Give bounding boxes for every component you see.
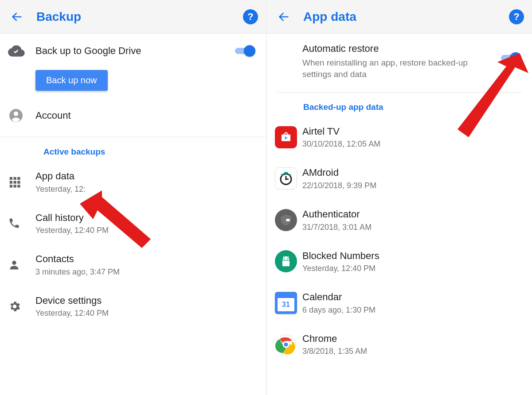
list-item-title: App data [35, 170, 255, 183]
question-icon: ? [513, 11, 519, 23]
account-label: Account [35, 109, 255, 122]
person-icon [8, 259, 20, 271]
list-item-title: Blocked Numbers [302, 250, 521, 263]
back-button[interactable] [275, 8, 293, 26]
authenticator-icon [275, 209, 297, 231]
svg-rect-9 [10, 185, 12, 187]
app-data-screen: App data ? Automatic restore When reinst… [266, 0, 532, 395]
svg-rect-7 [14, 181, 16, 183]
list-item-title: Airtel TV [302, 125, 521, 138]
list-item-sub: 6 days ago, 1:30 PM [302, 306, 521, 315]
airtel-tv-icon [275, 126, 297, 148]
device-settings-row[interactable]: Device settings Yesterday, 12:40 PM [0, 286, 266, 327]
list-item-sub: 3 minutes ago, 3:47 PM [35, 267, 255, 277]
account-icon [8, 108, 24, 124]
list-item-title: Device settings [35, 294, 255, 307]
chrome-icon [275, 333, 297, 356]
phone-icon [8, 217, 20, 229]
list-item-title: Contacts [35, 253, 255, 266]
svg-point-2 [14, 112, 18, 116]
svg-rect-4 [14, 177, 16, 180]
app-data-row[interactable]: App data Yesterday, 12: [0, 161, 266, 203]
svg-line-23 [289, 174, 291, 175]
call-history-row[interactable]: Call history Yesterday, 12:40 PM [0, 203, 266, 244]
svg-rect-8 [17, 181, 20, 183]
svg-rect-11 [17, 185, 20, 187]
list-item-sub: 30/10/2018, 12:05 AM [302, 139, 521, 149]
svg-line-26 [283, 256, 285, 258]
automatic-restore-row[interactable]: Automatic restore When reinstalling an a… [267, 34, 532, 89]
gear-icon [8, 300, 21, 313]
backed-up-app-data-header: Backed-up app data [267, 93, 532, 116]
header-bar: App data ? [267, 0, 532, 34]
svg-rect-6 [10, 181, 12, 183]
svg-point-30 [283, 342, 289, 347]
svg-point-12 [12, 261, 16, 265]
list-item-title: AMdroid [302, 167, 521, 179]
svg-rect-3 [10, 177, 12, 180]
list-item-sub: 3/8/2018, 1:35 AM [302, 347, 521, 356]
backup-drive-toggle[interactable] [235, 45, 255, 57]
cloud-check-icon [8, 43, 25, 59]
backup-drive-label: Back up to Google Drive [35, 45, 235, 58]
header-bar: Backup ? [0, 0, 266, 34]
list-item-title: Chrome [302, 333, 521, 345]
help-button[interactable]: ? [509, 9, 524, 24]
arrow-back-icon [11, 11, 23, 23]
app-row-amdroid[interactable]: AMdroid 22/10/2018, 9:39 PM [267, 158, 532, 199]
svg-line-22 [282, 174, 283, 175]
svg-rect-5 [17, 177, 20, 180]
question-icon: ? [247, 11, 253, 23]
list-item-sub: Yesterday, 12:40 PM [35, 309, 255, 318]
calendar-icon: 31 [275, 292, 297, 314]
app-row-blocked-numbers[interactable]: Blocked Numbers Yesterday, 12:40 PM [267, 241, 532, 283]
svg-point-24 [284, 258, 285, 259]
list-item-sub: Yesterday, 12: [35, 185, 255, 194]
arrow-back-icon [278, 11, 290, 23]
list-item-sub: 31/7/2018, 3:01 AM [302, 223, 521, 232]
list-item-sub: Yesterday, 12:40 PM [302, 264, 521, 273]
backup-to-drive-row[interactable]: Back up to Google Drive [0, 34, 266, 68]
svg-line-27 [288, 256, 289, 258]
app-row-airtel[interactable]: Airtel TV 30/10/2018, 12:05 AM [267, 116, 532, 158]
auto-restore-desc: When reinstalling an app, restore backed… [302, 57, 480, 81]
app-row-authenticator[interactable]: Authenticator 31/7/2018, 3:01 AM [267, 199, 532, 241]
contacts-row[interactable]: Contacts 3 minutes ago, 3:47 PM [0, 244, 266, 286]
help-button[interactable]: ? [243, 9, 258, 24]
active-backups-header: Active backups [0, 137, 266, 161]
page-title: Backup [36, 10, 243, 24]
list-item-title: Authenticator [302, 208, 521, 221]
auto-restore-title: Automatic restore [302, 43, 501, 55]
android-icon [275, 250, 297, 272]
apps-grid-icon [8, 175, 21, 189]
svg-rect-10 [14, 185, 16, 187]
list-item-title: Call history [35, 212, 255, 225]
list-item-sub: Yesterday, 12:40 PM [35, 226, 255, 235]
back-button[interactable] [8, 8, 26, 26]
amdroid-icon [275, 167, 297, 190]
backup-screen: Backup ? Back up to Google Drive Back up… [0, 0, 266, 395]
app-row-calendar[interactable]: 31 Calendar 6 days ago, 1:30 PM [267, 282, 532, 324]
auto-restore-toggle[interactable] [501, 52, 521, 64]
list-item-sub: 22/10/2018, 9:39 PM [302, 181, 521, 190]
account-row[interactable]: Account [0, 99, 266, 137]
list-item-title: Calendar [302, 291, 521, 304]
backup-now-button[interactable]: Back up now [35, 70, 108, 91]
svg-rect-21 [284, 172, 288, 174]
app-row-chrome[interactable]: Chrome 3/8/2018, 1:35 AM [267, 324, 532, 365]
svg-point-25 [287, 258, 289, 259]
page-title: App data [303, 10, 509, 24]
